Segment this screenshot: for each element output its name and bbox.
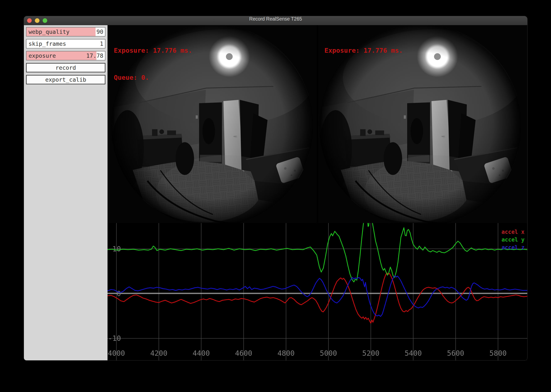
field-value: 1	[100, 39, 103, 48]
window-title: Record RealSense T265	[24, 16, 527, 25]
queue-text: Queue: 0.	[114, 73, 192, 82]
field-label: skip_frames	[29, 39, 66, 48]
exposure-overlay-right: Exposure: 17.776 ms.	[324, 28, 403, 73]
legend-item: accel y	[501, 236, 524, 244]
exposure-text: Exposure: 17.776 ms.	[114, 46, 192, 55]
field-value: 17.78	[86, 51, 103, 60]
legend-item: accel z	[501, 244, 524, 252]
exposure-overlay-left: Exposure: 17.776 ms. Queue: 0.	[114, 28, 192, 100]
exposure-slider[interactable]: exposure 17.78	[26, 51, 105, 60]
camera-right-view: Exposure: 17.776 ms.	[318, 25, 527, 223]
camera-views: Exposure: 17.776 ms. Queue: 0. Exposure:…	[107, 25, 527, 223]
camera-left-view: Exposure: 17.776 ms. Queue: 0.	[107, 25, 317, 223]
window-titlebar: Record RealSense T265	[24, 16, 527, 25]
webp-quality-slider[interactable]: webp_quality 90	[26, 27, 105, 36]
sidebar: webp_quality 90 skip_frames 1 exposure 1…	[24, 25, 107, 360]
chart-legend: accel xaccel yaccel z	[501, 228, 524, 252]
record-button[interactable]: record	[26, 63, 105, 72]
desktop-background: { "window": { "title": "Record RealSense…	[0, 0, 551, 392]
legend-item: accel x	[501, 228, 524, 236]
exposure-text: Exposure: 17.776 ms.	[324, 46, 403, 55]
skip-frames-field[interactable]: skip_frames 1	[26, 39, 105, 49]
accelerometer-chart: accel xaccel yaccel z	[107, 223, 527, 360]
field-value: 90	[96, 28, 103, 36]
field-label: exposure	[29, 51, 56, 60]
app-window: Record RealSense T265 webp_quality 90 sk…	[24, 16, 527, 360]
field-label: webp_quality	[29, 28, 70, 36]
accel-plot-canvas	[107, 223, 527, 360]
export-calib-button[interactable]: export_calib	[26, 75, 105, 84]
